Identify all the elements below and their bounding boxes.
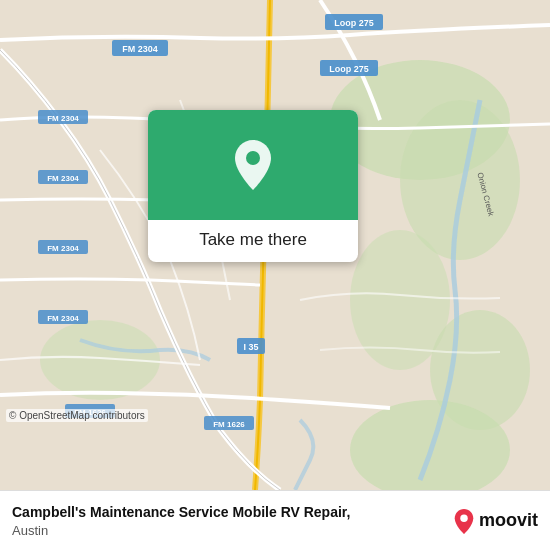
map-container: FM 2304 Loop 275 Loop 275 FM 2304 FM 230…	[0, 0, 550, 490]
moovit-logo[interactable]: moovit	[453, 508, 538, 534]
popup-card: Take me there	[148, 110, 358, 262]
popup-green-area	[148, 110, 358, 220]
svg-text:Loop 275: Loop 275	[334, 18, 374, 28]
business-name: Campbell's Maintenance Service Mobile RV…	[12, 503, 453, 521]
svg-text:Loop 275: Loop 275	[329, 64, 369, 74]
svg-text:I 35: I 35	[243, 342, 258, 352]
svg-text:FM 2304: FM 2304	[47, 114, 79, 123]
copyright-text: © OpenStreetMap contributors	[6, 409, 148, 422]
svg-text:FM 2304: FM 2304	[47, 174, 79, 183]
popup-button-area[interactable]: Take me there	[148, 220, 358, 262]
svg-text:FM 2304: FM 2304	[122, 44, 158, 54]
bottom-bar: Campbell's Maintenance Service Mobile RV…	[0, 490, 550, 550]
svg-point-28	[246, 151, 260, 165]
svg-text:FM 2304: FM 2304	[47, 314, 79, 323]
svg-text:FM 2304: FM 2304	[47, 244, 79, 253]
svg-point-29	[460, 514, 467, 521]
business-city: Austin	[12, 523, 453, 538]
take-me-there-button[interactable]: Take me there	[199, 230, 307, 250]
moovit-pin-icon	[453, 508, 475, 534]
location-pin-icon	[231, 138, 275, 192]
svg-text:FM 1626: FM 1626	[213, 420, 245, 429]
business-info: Campbell's Maintenance Service Mobile RV…	[12, 503, 453, 537]
moovit-label: moovit	[479, 510, 538, 531]
